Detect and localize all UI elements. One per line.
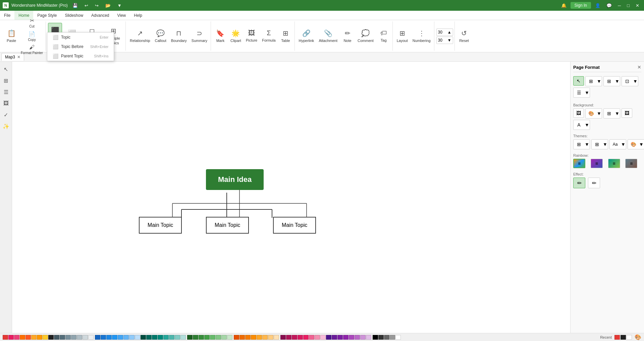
color-blue-grey-2[interactable] <box>65 335 71 340</box>
color-orange-8[interactable] <box>274 335 279 340</box>
color-purple-4[interactable] <box>349 335 354 340</box>
color-orange-4[interactable] <box>251 335 256 340</box>
color-pink-8[interactable] <box>315 335 320 340</box>
color-green-5[interactable] <box>216 335 221 340</box>
menu-view[interactable]: View <box>113 11 130 20</box>
color-teal-4[interactable] <box>163 335 169 340</box>
minimize-btn[interactable]: ─ <box>616 2 623 9</box>
attachment-button[interactable]: 📎 Attachment <box>317 23 339 50</box>
color-orange-2[interactable] <box>37 335 42 340</box>
color-teal-2[interactable] <box>152 335 157 340</box>
community-btn[interactable]: 💬 <box>604 2 614 9</box>
topic-box-3[interactable]: Main Topic <box>273 217 316 234</box>
font-size-input-2[interactable]: 30 ▼ <box>436 37 453 44</box>
menu-help[interactable]: Help <box>130 11 146 20</box>
panel-dropdown-1[interactable]: ▼ <box>596 77 602 86</box>
copy-button[interactable]: 📄 Copy <box>19 30 44 43</box>
maximize-btn[interactable]: □ <box>625 2 632 9</box>
color-pink-9[interactable] <box>320 335 326 340</box>
background-color-dropdown[interactable]: ▼ <box>596 109 602 118</box>
color-red[interactable] <box>3 335 8 340</box>
color-green-2[interactable] <box>199 335 204 340</box>
color-purple[interactable] <box>332 335 337 340</box>
color-orange-5[interactable] <box>257 335 262 340</box>
color-purple-2[interactable] <box>337 335 343 340</box>
account-btn[interactable]: 👤 <box>593 2 602 9</box>
numbering-button[interactable]: ⋮ Numbering <box>411 23 433 50</box>
color-blue-grey-5[interactable] <box>83 335 88 340</box>
font-size-input-1[interactable]: 30 ▲ <box>436 29 453 36</box>
menu-slideshow[interactable]: Slideshow <box>61 11 87 20</box>
sidebar-icon-image[interactable]: 🖼 <box>1 99 11 108</box>
rainbow-option-1[interactable]: ≡ <box>573 159 585 168</box>
color-green-3[interactable] <box>204 335 210 340</box>
recent-color-2[interactable] <box>621 335 626 340</box>
color-black[interactable] <box>48 335 54 340</box>
effect-btn-2[interactable]: ✏ <box>588 178 600 188</box>
theme-font-dropdown[interactable]: ▼ <box>621 140 626 149</box>
tag-button[interactable]: 🏷 Tag <box>376 23 391 50</box>
color-amber-dark[interactable] <box>20 335 25 340</box>
color-blue-grey-4[interactable] <box>77 335 82 340</box>
panel-grid-btn-1[interactable]: ⊞ <box>586 77 596 86</box>
clipart-button[interactable]: 🌟 Clipart <box>228 23 243 50</box>
table-button[interactable]: ⊞ Table <box>278 23 293 50</box>
topic-box-2[interactable]: Main Topic <box>206 217 249 234</box>
color-purple-6[interactable] <box>360 335 366 340</box>
sign-in-button[interactable]: Sign In <box>571 2 591 9</box>
color-purple-dark[interactable] <box>326 335 331 340</box>
color-teal-7[interactable] <box>180 335 186 340</box>
color-grey-dark[interactable] <box>378 335 384 340</box>
background-image2-btn[interactable]: 🖼 <box>622 108 632 118</box>
color-orange-7[interactable] <box>268 335 273 340</box>
notification-btn[interactable]: 🔔 <box>559 2 569 9</box>
color-purple-3[interactable] <box>343 335 348 340</box>
panel-resize-btn[interactable]: ⊡ <box>622 77 633 86</box>
color-blue-3[interactable] <box>112 335 117 340</box>
rainbow-option-3[interactable]: ≡ <box>608 159 620 168</box>
color-black-2[interactable] <box>373 335 378 340</box>
color-green[interactable] <box>193 335 198 340</box>
recent-color-3[interactable] <box>627 335 632 340</box>
picture-button[interactable]: 🖼 Picture <box>244 23 259 50</box>
color-blue-grey-6[interactable] <box>88 335 94 340</box>
effect-btn-1[interactable]: ✏ <box>573 178 585 188</box>
color-blue-7[interactable] <box>135 335 140 340</box>
color-orange-6[interactable] <box>262 335 268 340</box>
color-blue-4[interactable] <box>118 335 123 340</box>
theme-color-dropdown[interactable]: ▼ <box>639 140 644 149</box>
color-teal-6[interactable] <box>175 335 180 340</box>
color-pink-4[interactable] <box>292 335 297 340</box>
color-teal-dark[interactable] <box>141 335 146 340</box>
formula-button[interactable]: Σ Formula <box>260 23 277 50</box>
theme-layout-dropdown[interactable]: ▼ <box>584 140 590 149</box>
cut-button[interactable]: ✂ Cut <box>19 16 44 29</box>
color-green-4[interactable] <box>210 335 215 340</box>
color-teal-3[interactable] <box>158 335 163 340</box>
color-deep-orange[interactable] <box>25 335 31 340</box>
close-window-btn[interactable]: ✕ <box>634 2 641 9</box>
relationship-button[interactable]: ↗ Relationship <box>128 23 152 50</box>
main-idea-box[interactable]: Main Idea <box>206 169 264 190</box>
color-wheel-btn[interactable]: 🎨 <box>635 334 641 340</box>
boundary-button[interactable]: ⊓ Boundary <box>169 23 189 50</box>
color-grey-2[interactable] <box>390 335 395 340</box>
reset-button[interactable]: ↺ Reset <box>457 23 472 50</box>
hyperlink-button[interactable]: 🔗 Hyperlink <box>297 23 316 50</box>
theme-font-btn[interactable]: Aa <box>610 140 621 149</box>
theme-structure-btn[interactable]: ⊞ <box>592 140 602 149</box>
color-pink-2[interactable] <box>14 335 19 340</box>
summary-button[interactable]: ⊃ Summary <box>190 23 209 50</box>
color-green-7[interactable] <box>227 335 232 340</box>
color-blue-2[interactable] <box>106 335 112 340</box>
color-teal[interactable] <box>146 335 152 340</box>
color-green-6[interactable] <box>221 335 227 340</box>
panel-grid-btn-2[interactable]: ⊞ <box>604 77 614 86</box>
quick-access-save[interactable]: 💾 <box>70 2 80 9</box>
color-pink-3[interactable] <box>286 335 291 340</box>
sidebar-icon-sparkle[interactable]: ✨ <box>1 121 11 131</box>
sidebar-icon-check[interactable]: ✓ <box>1 110 11 119</box>
rainbow-option-2[interactable]: ≡ <box>591 159 603 168</box>
panel-dropdown-2[interactable]: ▼ <box>614 77 620 86</box>
theme-structure-dropdown[interactable]: ▼ <box>602 140 608 149</box>
